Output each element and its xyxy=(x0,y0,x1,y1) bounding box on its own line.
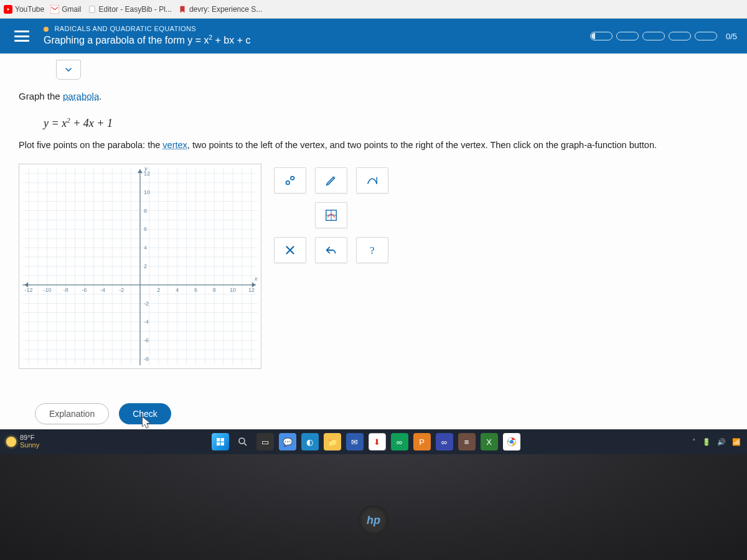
svg-text:4: 4 xyxy=(176,287,179,293)
bookmark-label: Editor - EasyBib - Pl... xyxy=(99,5,172,14)
progress-box xyxy=(695,32,717,40)
chevron-down-icon xyxy=(63,65,73,75)
taskview-icon[interactable]: ▭ xyxy=(256,433,274,450)
pencil-icon xyxy=(324,174,338,187)
progress-box xyxy=(616,32,639,40)
clear-button[interactable] xyxy=(274,237,306,263)
bookmark-icon xyxy=(178,5,187,14)
svg-text:?: ? xyxy=(370,245,374,256)
bookmark-easybib[interactable]: Editor - EasyBib - Pl... xyxy=(88,5,172,14)
volume-icon[interactable]: 🔊 xyxy=(717,438,726,446)
chat-icon[interactable]: 💬 xyxy=(279,433,296,450)
svg-text:-4: -4 xyxy=(144,319,149,325)
app-icon[interactable]: ∞ xyxy=(436,433,453,450)
graph-canvas[interactable]: -12 -10 -8 -6 -4 -2 2 4 6 8 10 12 12 10 xyxy=(19,164,261,369)
svg-line-83 xyxy=(244,443,247,446)
breadcrumb-dot-icon xyxy=(44,27,49,32)
svg-rect-80 xyxy=(217,442,220,446)
svg-rect-78 xyxy=(217,438,220,441)
start-icon[interactable] xyxy=(212,433,229,450)
help-button[interactable]: ? xyxy=(356,237,388,263)
explanation-button[interactable]: Explanation xyxy=(35,403,109,424)
svg-text:-4: -4 xyxy=(100,287,105,293)
progress-box xyxy=(669,32,691,40)
svg-text:12: 12 xyxy=(248,287,255,293)
svg-text:-2: -2 xyxy=(119,287,124,293)
wifi-icon[interactable]: 📶 xyxy=(732,438,741,446)
instruction-pre: Plot five points on the parabola: the xyxy=(19,140,162,150)
svg-text:-8: -8 xyxy=(144,356,149,362)
point-icon xyxy=(283,174,297,187)
axes xyxy=(22,169,256,365)
svg-point-82 xyxy=(239,438,245,444)
bookmarks-bar: YouTube Gmail Editor - EasyBib - Pl... d… xyxy=(0,0,747,19)
svg-text:6: 6 xyxy=(194,287,197,293)
taskbar-apps: ▭ 💬 ◐ 📁 ✉ ⬇ ∞ P ∞ ≡ X xyxy=(45,433,686,450)
undo-button[interactable] xyxy=(315,237,347,263)
equation-rhs: + 4x + 1 xyxy=(70,117,113,129)
excel-icon[interactable]: X xyxy=(481,433,498,450)
svg-text:-2: -2 xyxy=(144,301,149,307)
equation: y = x2 + 4x + 1 xyxy=(44,116,741,130)
lesson-header: RADICALS AND QUADRATIC EQUATIONS Graphin… xyxy=(0,19,747,54)
sun-icon xyxy=(6,437,16,447)
menu-icon[interactable] xyxy=(14,30,29,42)
graph-tools: ? xyxy=(274,167,388,369)
chrome-icon[interactable] xyxy=(503,433,520,450)
search-icon[interactable] xyxy=(234,433,251,450)
bookmark-label: YouTube xyxy=(15,5,44,14)
svg-text:4: 4 xyxy=(144,245,147,251)
svg-text:2: 2 xyxy=(157,287,160,293)
bookmark-devry[interactable]: devry: Experience S... xyxy=(178,5,262,14)
help-icon: ? xyxy=(365,243,379,257)
powerpoint-icon[interactable]: P xyxy=(413,433,431,450)
svg-point-72 xyxy=(291,177,294,180)
fill-tool-button[interactable] xyxy=(356,167,388,194)
explorer-icon[interactable]: 📁 xyxy=(324,433,341,450)
svg-rect-2 xyxy=(89,6,94,12)
chevron-up-icon[interactable]: ˄ xyxy=(692,438,696,446)
lesson-title-pre: Graphing a parabola of the form y = x xyxy=(44,35,209,46)
svg-text:2: 2 xyxy=(144,263,147,269)
edge-icon[interactable]: ◐ xyxy=(301,433,319,450)
bookmark-label: devry: Experience S... xyxy=(189,5,262,14)
app-icon[interactable]: ∞ xyxy=(391,433,408,450)
y-axis-label: y xyxy=(144,165,148,172)
svg-text:-6: -6 xyxy=(144,338,149,344)
system-tray[interactable]: ˄ 🔋 🔊 📶 xyxy=(692,438,741,446)
svg-text:10: 10 xyxy=(144,189,150,195)
taskbar: 89°F Sunny ▭ 💬 ◐ 📁 ✉ ⬇ ∞ P ∞ ≡ X ˄ 🔋 🔊 📶 xyxy=(0,429,747,454)
svg-text:8: 8 xyxy=(144,208,147,214)
graph-function-button[interactable] xyxy=(315,202,347,228)
bookmark-label: Gmail xyxy=(62,5,81,14)
x-axis-label: x xyxy=(254,275,258,282)
prompt-pre: Graph the xyxy=(19,91,63,101)
store-icon[interactable]: ⬇ xyxy=(369,433,386,450)
check-button[interactable]: Check xyxy=(119,403,171,424)
bookmark-youtube[interactable]: YouTube xyxy=(4,5,44,14)
youtube-icon xyxy=(4,5,12,14)
function-icon xyxy=(324,208,338,222)
prompt-text: Graph the parabola. xyxy=(19,91,741,101)
svg-text:-12: -12 xyxy=(25,287,33,293)
desk-surface: hp xyxy=(0,454,747,560)
instruction-text: Plot five points on the parabola: the ve… xyxy=(19,139,741,151)
collapse-button[interactable] xyxy=(56,60,81,80)
lesson-title: Graphing a parabola of the form y = x2 +… xyxy=(44,34,590,48)
action-row: Explanation Check xyxy=(19,397,741,431)
point-tool-button[interactable] xyxy=(274,167,306,194)
weather-widget[interactable]: 89°F Sunny xyxy=(6,434,39,449)
app-icon[interactable]: ≡ xyxy=(458,433,476,450)
svg-text:8: 8 xyxy=(213,287,216,293)
bookmark-gmail[interactable]: Gmail xyxy=(50,5,81,14)
mail-icon[interactable]: ✉ xyxy=(346,433,364,450)
undo-icon xyxy=(324,243,338,257)
vertex-term-link[interactable]: vertex xyxy=(162,140,187,150)
lesson-title-suf: + bx + c xyxy=(212,35,250,46)
svg-point-71 xyxy=(286,181,290,185)
pencil-tool-button[interactable] xyxy=(315,167,347,194)
hp-logo-icon: hp xyxy=(359,505,388,535)
progress-indicator: 0/5 xyxy=(590,32,737,41)
prompt-term-link[interactable]: parabola xyxy=(63,91,99,101)
battery-icon[interactable]: 🔋 xyxy=(702,438,711,446)
